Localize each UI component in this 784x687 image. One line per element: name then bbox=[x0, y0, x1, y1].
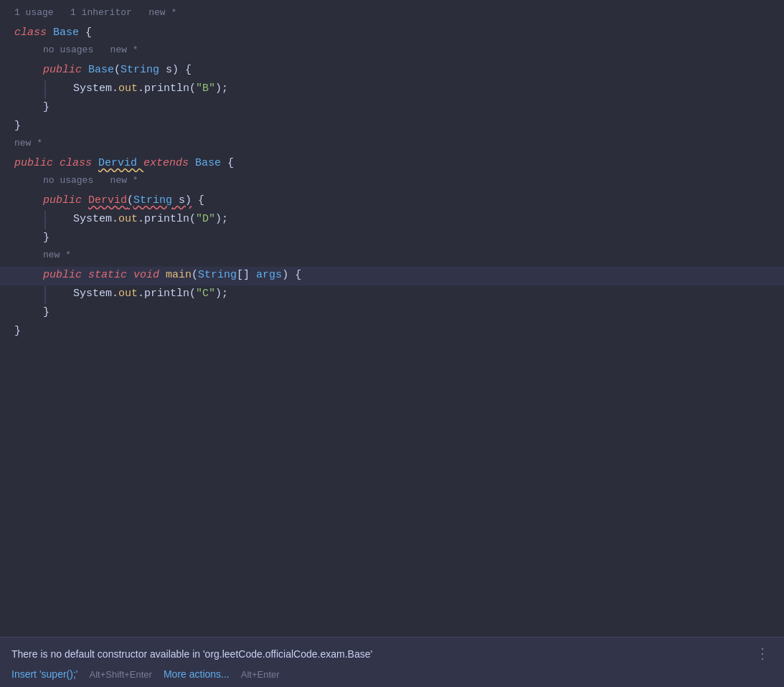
public-keyword-2: public bbox=[14, 155, 60, 172]
string-b: "B" bbox=[196, 80, 215, 98]
base-body-line: System.out.println("B"); bbox=[44, 80, 784, 99]
no-usages-hint-2: no usages new * bbox=[43, 174, 138, 189]
system-ref-1: System. bbox=[73, 80, 118, 98]
base-ctor-name: Base bbox=[88, 62, 114, 79]
string-type-2: String bbox=[133, 192, 172, 209]
class-keyword-2: class bbox=[60, 155, 98, 172]
main-close-line: } bbox=[0, 304, 784, 323]
args-param: args bbox=[256, 267, 282, 284]
new-star-hint-2: new * bbox=[43, 248, 71, 263]
string-type-3: String bbox=[198, 267, 237, 284]
println-1: println( bbox=[144, 80, 196, 98]
out-ref-1: out bbox=[118, 80, 138, 98]
no-usages-hint-1: no usages new * bbox=[43, 43, 138, 58]
dervid-ctor-close-line: } bbox=[0, 229, 784, 248]
insert-super-action[interactable]: Insert 'super();' bbox=[11, 668, 77, 680]
dervid-ctor-decl-line: public Dervid(String s) { bbox=[0, 192, 784, 211]
string-c: "C" bbox=[196, 285, 215, 303]
out-ref-2: out bbox=[118, 211, 138, 228]
main-decl-line: public static void main(String[] args) { bbox=[0, 267, 784, 285]
dervid-ctor-name: Dervid bbox=[88, 192, 127, 209]
more-actions-shortcut: Alt+Enter bbox=[241, 669, 280, 680]
new-star-line-2[interactable]: new * bbox=[0, 248, 784, 267]
dervid-close-line: } bbox=[0, 323, 784, 341]
hint-no-usages-1[interactable]: no usages new * bbox=[0, 43, 784, 62]
system-ref-2: System. bbox=[73, 211, 118, 228]
insert-super-shortcut: Alt+Shift+Enter bbox=[89, 669, 151, 680]
class-base-line: class Base { bbox=[0, 24, 784, 43]
extends-keyword: extends bbox=[143, 155, 195, 172]
code-editor: 1 usage 1 inheritor new * class Base { n… bbox=[0, 0, 784, 615]
error-message: There is no default constructor availabl… bbox=[11, 648, 372, 660]
main-method-name: main bbox=[166, 267, 192, 284]
println-3: println( bbox=[144, 285, 196, 303]
void-keyword: void bbox=[133, 267, 166, 284]
string-d: "D" bbox=[196, 211, 215, 228]
public-keyword-1: public bbox=[43, 62, 88, 79]
more-actions-action[interactable]: More actions... bbox=[164, 668, 230, 680]
more-options-icon[interactable]: ⋮ bbox=[752, 645, 773, 663]
dervid-classname: Dervid bbox=[98, 155, 143, 172]
class-keyword: class bbox=[14, 24, 53, 42]
new-star-line-1[interactable]: new * bbox=[0, 136, 784, 155]
bottom-panel: There is no default constructor availabl… bbox=[0, 637, 784, 687]
error-line: There is no default constructor availabl… bbox=[11, 645, 773, 668]
out-ref-3: out bbox=[118, 285, 138, 303]
main-body-line: System.out.println("C"); bbox=[44, 285, 784, 304]
base-classname: Base bbox=[53, 24, 85, 42]
dervid-decl-line: public class Dervid extends Base { bbox=[0, 155, 784, 174]
dervid-body-line: System.out.println("D"); bbox=[44, 211, 784, 229]
hint-line-top[interactable]: 1 usage 1 inheritor new * bbox=[0, 6, 784, 24]
base-ref: Base bbox=[195, 155, 227, 172]
base-ctor-close-line: } bbox=[0, 99, 784, 118]
public-keyword-4: public bbox=[43, 267, 88, 284]
new-star-hint-1: new * bbox=[14, 136, 42, 151]
public-keyword-3: public bbox=[43, 192, 88, 209]
string-type-1: String bbox=[121, 62, 159, 79]
static-keyword: static bbox=[88, 267, 133, 284]
system-ref-3: System. bbox=[73, 285, 118, 303]
usage-hint: 1 usage 1 inheritor new * bbox=[14, 6, 176, 21]
base-ctor-decl-line: public Base(String s) { bbox=[0, 62, 784, 80]
action-line: Insert 'super();' Alt+Shift+Enter More a… bbox=[11, 668, 773, 687]
println-2: println( bbox=[144, 211, 196, 228]
hint-no-usages-2[interactable]: no usages new * bbox=[0, 174, 784, 192]
class-base-close-line: } bbox=[0, 118, 784, 136]
